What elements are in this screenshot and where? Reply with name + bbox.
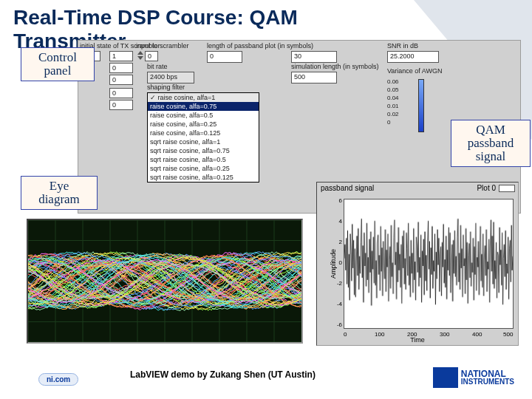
input-scrambler-index[interactable]: 0: [145, 51, 158, 61]
variance-value: 0.05: [387, 86, 399, 94]
label-shaping-filter: shaping filter: [147, 83, 185, 91]
shaping-filter-dropdown[interactable]: ✓ raise cosine, alfa=1 raise cosine, alf…: [147, 92, 259, 183]
sim-length-value[interactable]: 500: [291, 72, 337, 83]
dropdown-selected-preview: ✓ raise cosine, alfa=1: [148, 93, 259, 102]
initial-state-cell-4[interactable]: 0: [109, 100, 133, 110]
dropdown-option[interactable]: raise cosine, alfa=0.75: [148, 102, 259, 111]
xtick: 200: [407, 331, 417, 338]
variance-value: 0.04: [387, 94, 399, 102]
xtick: 0: [344, 331, 347, 338]
ytick: -6: [333, 321, 342, 328]
dropdown-option[interactable]: raise cosine, alfa=0.25: [148, 120, 259, 129]
dropdown-option[interactable]: sqrt raise cosine, alfa=0.25: [148, 164, 259, 173]
passband-canvas: [344, 200, 513, 328]
label-bit-rate: bit rate: [147, 63, 168, 70]
variance-values: 0.06 0.05 0.04 0.01 0.02 0: [387, 78, 399, 126]
variance-value: 0.01: [387, 102, 399, 110]
dropdown-option[interactable]: sqrt raise cosine, alfa=0.75: [148, 146, 259, 155]
header-input-scrambler: input to scrambler: [136, 42, 189, 50]
ytick: 4: [333, 218, 342, 225]
ni-com-badge: ni.com: [38, 373, 78, 386]
annotation-eye-diagram: Eyediagram: [21, 176, 98, 210]
dropdown-option[interactable]: sqrt raise cosine, alfa=1: [148, 137, 259, 146]
variance-value: 0: [387, 118, 399, 126]
label-variance: Variance of AWGN: [387, 67, 443, 75]
passband-length-value[interactable]: 30: [291, 51, 337, 63]
dropdown-option[interactable]: raise cosine, alfa=0.5: [148, 111, 259, 120]
passband-legend: Plot 0: [477, 184, 515, 192]
logo-text-bottom: INSTRUMENTS: [461, 378, 514, 386]
ytick: -4: [333, 301, 342, 307]
dropdown-option[interactable]: sqrt raise cosine, alfa=0.5: [148, 155, 259, 164]
xtick: 400: [472, 331, 482, 338]
bit-rate-dropdown[interactable]: 2400 bps: [147, 72, 194, 83]
ytick: 6: [333, 197, 342, 204]
variance-value: 0.02: [387, 110, 399, 118]
dropdown-option[interactable]: raise cosine, alfa=0.125: [148, 129, 259, 137]
eye-diagram-plot: [27, 219, 303, 344]
passband-chart-panel: passband signal Plot 0 Amplitude Time 6 …: [316, 182, 519, 346]
initial-state-cell-0[interactable]: 1: [109, 51, 133, 61]
initial-state-cell-1[interactable]: 0: [109, 63, 133, 73]
ytick: 2: [333, 239, 342, 245]
variance-value: 0.06: [387, 78, 399, 86]
annotation-qam-passband: QAMpassbandsignal: [451, 120, 531, 167]
initial-state-cell-2[interactable]: 0: [109, 75, 133, 85]
ytick: 0: [333, 259, 342, 266]
annotation-control-panel: Controlpanel: [21, 47, 95, 81]
label-sim-length: simulation length (in symbols): [291, 63, 379, 70]
xtick: 100: [375, 331, 384, 338]
national-instruments-logo: NATIONAL INSTRUMENTS: [433, 367, 514, 388]
xtick: 300: [440, 331, 449, 338]
footer-credit: LabVIEW demo by Zukang Shen (UT Austin): [130, 369, 316, 380]
header-passband-length: length of passband plot (in symbols): [207, 42, 313, 50]
xtick: 500: [503, 331, 513, 338]
title-line1: Real-Time DSP Course: QAM: [13, 6, 298, 29]
snr-value[interactable]: 25.2000: [387, 51, 439, 63]
ni-eagle-icon: [433, 367, 458, 388]
variance-indicator[interactable]: [418, 79, 424, 132]
header-snr: SNR in dB: [387, 42, 418, 50]
passband-plot-area: [344, 199, 514, 329]
spinner-input-scrambler[interactable]: [137, 51, 143, 61]
initial-state-cell-3[interactable]: 0: [109, 88, 133, 98]
dropdown-option[interactable]: sqrt raise cosine, alfa=0.125: [148, 173, 259, 182]
input-to-scrambler-value[interactable]: 0: [207, 51, 242, 63]
passband-chart-title: passband signal: [321, 184, 374, 192]
ytick: -2: [333, 280, 342, 287]
eye-diagram-canvas: [28, 220, 301, 342]
